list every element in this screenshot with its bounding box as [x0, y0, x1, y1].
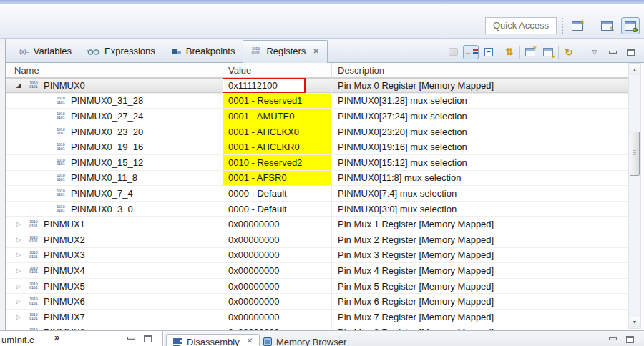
toolbar-separator — [519, 46, 520, 59]
maximize-icon[interactable] — [626, 336, 634, 343]
pin-view-button[interactable] — [540, 45, 556, 59]
value-cell: 0x00000000 — [223, 310, 332, 325]
tab-breakpoints[interactable]: Breakpoints — [163, 41, 243, 62]
register-icon: 10100101 — [29, 282, 40, 291]
table-row[interactable]: ▷10100101PINMUX60x00000000Pin Mux 6 Regi… — [6, 294, 628, 310]
expand-arrow-icon[interactable]: ▷ — [15, 283, 22, 290]
register-name: PINMUX0 — [44, 80, 85, 91]
register-name: PINMUX4 — [44, 265, 85, 276]
debug-perspective-button[interactable] — [621, 17, 640, 34]
expand-arrow-icon[interactable]: ▷ — [15, 252, 22, 258]
value-cell: 0001 - AFSR0 — [223, 171, 332, 186]
minimize-icon[interactable] — [609, 337, 617, 340]
link-with-context-button[interactable]: → — [463, 45, 479, 59]
tab-memory-browser[interactable]: Memory Browser — [257, 334, 353, 346]
open-perspective-button[interactable]: ★ — [568, 17, 587, 34]
register-icon: 10100101 — [29, 81, 40, 90]
tab-label: Expressions — [104, 46, 155, 56]
register-icon: 10100101 — [57, 158, 67, 167]
edit-perspective-icon: ✎ — [601, 21, 613, 31]
expand-arrow-icon[interactable]: ▷ — [15, 298, 22, 305]
register-icon: 10100101 — [57, 127, 67, 137]
minimize-view-button[interactable] — [605, 45, 620, 59]
flush-cache-button[interactable]: ⇅ — [502, 45, 517, 59]
value-cell: 0001 - AHCLKR0 — [223, 139, 332, 154]
tab-disassembly[interactable]: Disassembly ✕ — [166, 334, 260, 346]
description-cell: Pin Mux 0 Register [Memory Mapped] — [332, 78, 628, 93]
name-cell: 10100101PINMUX0_11_8 — [6, 171, 223, 186]
registers-view-panel: (x)= Variables Expressions Breakpoin — [6, 39, 644, 330]
annotation-red-box: 0x11112100 — [223, 78, 306, 93]
tab-expressions[interactable]: Expressions — [79, 41, 163, 62]
table-row[interactable]: 10100101PINMUX0_27_240001 - AMUTE0PINMUX… — [6, 109, 628, 124]
editor-tab-partial[interactable]: umInit.c — [1, 335, 34, 345]
table-row[interactable]: ▷10100101PINMUX70x00000000Pin Mux 7 Regi… — [6, 310, 628, 325]
table-row[interactable]: 10100101PINMUX0_31_280001 - Reserved1PIN… — [6, 94, 628, 109]
table-row[interactable]: 10100101PINMUX0_19_160001 - AHCLKR0PINMU… — [6, 139, 628, 155]
debug-perspective-icon — [625, 21, 636, 31]
editor-overflow-chevron[interactable]: » — [54, 332, 59, 342]
table-row[interactable]: 10100101PINMUX0_15_120010 - Reserved2PIN… — [6, 155, 628, 171]
register-icon: 10100101 — [57, 189, 67, 198]
expand-arrow-icon[interactable]: ▷ — [15, 267, 22, 274]
name-cell: ▷10100101PINMUX7 — [6, 310, 223, 325]
breakpoints-icon — [171, 47, 182, 56]
column-header-value[interactable]: Value — [223, 63, 332, 77]
scroll-thumb[interactable] — [630, 132, 640, 176]
new-view-button[interactable]: ★ — [522, 45, 538, 59]
table-row[interactable]: ◢10100101PINMUX00x11112100Pin Mux 0 Regi… — [6, 78, 628, 94]
refresh-button[interactable]: ↻ — [561, 45, 577, 59]
minimize-icon[interactable] — [127, 337, 135, 340]
view-toolbar: → − ⇅ ★ — [445, 42, 644, 59]
tab-registers[interactable]: 10100101 Registers ✕ — [243, 40, 327, 63]
maximize-icon[interactable] — [144, 335, 152, 342]
table-row[interactable]: ▷10100101PINMUX20x00000000Pin Mux 2 Regi… — [6, 232, 628, 248]
flush-cache-icon: ⇅ — [506, 46, 514, 57]
value-cell: 0001 - AMUTE0 — [223, 109, 332, 124]
tab-label: Registers — [266, 46, 306, 56]
vertical-scrollbar[interactable]: ▲ ▼ — [628, 63, 641, 329]
tab-variables[interactable]: (x)= Variables — [11, 41, 79, 62]
collapse-arrow-icon[interactable]: ◢ — [15, 81, 22, 89]
expand-arrow-icon[interactable]: ▷ — [15, 237, 22, 243]
description-cell: Pin Mux 8 Register [Memory Mapped] — [332, 325, 628, 331]
expand-arrow-icon[interactable]: ▷ — [15, 314, 22, 320]
scroll-up-button[interactable]: ▲ — [630, 64, 640, 75]
quick-access-box[interactable]: Quick Access — [485, 17, 557, 34]
column-header-description[interactable]: Description — [332, 63, 628, 77]
register-icon: 10100101 — [57, 204, 67, 214]
table-row[interactable]: ▷10100101PINMUX40x00000000Pin Mux 4 Regi… — [6, 263, 628, 279]
expressions-icon — [87, 47, 100, 56]
description-cell: PINMUX0[19:16] mux selection — [332, 139, 628, 154]
table-row[interactable]: 10100101PINMUX0_7_40000 - DefaultPINMUX0… — [6, 186, 628, 202]
table-row[interactable]: 10100101PINMUX0_11_80001 - AFSR0PINMUX0[… — [6, 171, 628, 187]
close-icon[interactable]: ✕ — [313, 47, 318, 55]
scroll-down-button[interactable]: ▼ — [630, 317, 640, 327]
table-row[interactable]: ▷10100101PINMUX50x00000000Pin Mux 5 Regi… — [6, 279, 628, 295]
maximize-view-button[interactable] — [623, 45, 638, 59]
column-header-name[interactable]: Name — [6, 63, 223, 77]
register-icon: 10100101 — [29, 235, 40, 244]
table-row[interactable]: 10100101PINMUX0_3_00000 - DefaultPINMUX0… — [6, 202, 628, 217]
value-cell: 0x00000000 — [223, 294, 332, 309]
value-cell: 0x00000000 — [223, 248, 332, 263]
name-cell: ▷10100101PINMUX1 — [6, 217, 223, 232]
edit-perspective-button[interactable]: ✎ — [597, 17, 616, 34]
expand-arrow-icon[interactable]: ▷ — [15, 221, 22, 227]
table-row[interactable]: 10100101PINMUX0_23_200001 - AHCLKX0PINMU… — [6, 124, 628, 140]
table-row[interactable]: ▷10100101PINMUX80x00000000Pin Mux 8 Regi… — [6, 325, 628, 331]
value-cell: 0x00000000 — [223, 217, 332, 232]
bug-icon — [633, 28, 638, 32]
view-menu-button[interactable]: ▽ — [587, 45, 602, 59]
description-cell: PINMUX0[7:4] mux selection — [332, 186, 628, 201]
collapse-all-icon: − — [484, 48, 493, 56]
description-cell: Pin Mux 1 Register [Memory Mapped] — [332, 217, 628, 232]
collapse-all-button[interactable]: − — [481, 45, 497, 59]
pencil-icon: ✎ — [609, 26, 615, 33]
variables-icon: (x)= — [19, 48, 29, 55]
table-row[interactable]: ▷10100101PINMUX10x00000000Pin Mux 1 Regi… — [6, 217, 628, 232]
minimize-icon — [609, 51, 617, 54]
table-row[interactable]: ▷10100101PINMUX30x00000000Pin Mux 3 Regi… — [6, 248, 628, 264]
value-cell: 0x11112100 — [223, 78, 332, 93]
close-icon[interactable]: ✕ — [247, 337, 253, 345]
